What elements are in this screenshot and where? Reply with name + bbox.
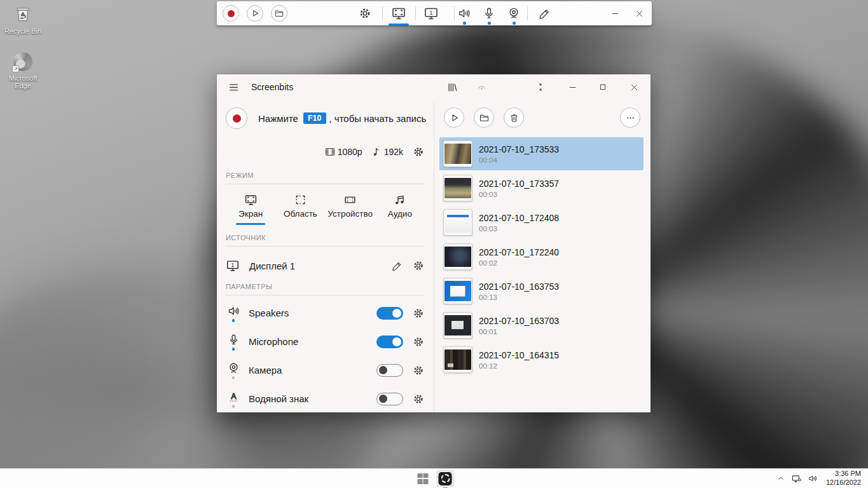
recording-list-item[interactable]: 2021-07-10_17353300:04 [439, 137, 644, 170]
watermark-settings-gear-icon[interactable] [412, 393, 425, 405]
hint-prefix: Нажмите [258, 113, 298, 124]
window-titlebar: Screenbits [217, 74, 651, 100]
toolbar-separator [415, 6, 416, 20]
recording-list-item[interactable]: 2021-07-10_16370300:01 [439, 309, 644, 342]
section-label-source: ИСТОЧНИК [226, 234, 425, 247]
param-row-speakers: Speakers [226, 299, 425, 327]
window-close-button[interactable] [624, 78, 644, 97]
delete-recording-button[interactable] [504, 107, 524, 128]
param-label: Microphone [249, 336, 298, 347]
trash-icon [509, 112, 520, 123]
recording-list-item[interactable]: 2021-07-10_17240800:03 [439, 206, 644, 239]
recording-list-item[interactable]: 2021-07-10_17224000:02 [439, 240, 644, 273]
chevron-up-icon[interactable] [776, 474, 785, 483]
music-notes-icon [393, 193, 406, 207]
toolbar-minimize-button[interactable] [603, 1, 627, 25]
taskbar-clock[interactable]: 3:36 PM 12/16/2022 [826, 470, 861, 487]
display-1-icon [424, 6, 439, 21]
record-button[interactable] [226, 107, 247, 129]
open-folder-button[interactable] [271, 5, 287, 22]
record-hint-row: Нажмите F10 , чтобы начать запись [226, 107, 425, 129]
speakers-toggle-button[interactable] [457, 6, 471, 25]
source-settings-gear-icon[interactable] [412, 259, 425, 272]
desktop-icon-area: Recycle Bin ↗ Microsoft Edge [3, 4, 43, 105]
recording-name: 2021-07-10_163703 [479, 316, 559, 326]
compact-mode-button[interactable] [531, 78, 550, 97]
watermark-toggle[interactable] [376, 393, 403, 405]
toolbar-close-button[interactable] [627, 1, 651, 25]
network-icon[interactable] [791, 473, 802, 484]
taskbar-app-screenbits[interactable] [436, 470, 454, 487]
microphone-toggle[interactable] [376, 336, 403, 348]
recording-list-item[interactable]: 2021-07-10_16431500:12 [439, 343, 644, 376]
hamburger-menu-button[interactable] [226, 78, 240, 97]
volume-icon[interactable] [808, 473, 818, 484]
recording-thumbnail [443, 278, 472, 304]
more-options-button[interactable] [620, 107, 640, 128]
mode-tabs: Экран Область Устройство Аудио [226, 189, 425, 225]
microphone-settings-gear-icon[interactable] [412, 336, 425, 348]
device-icon [343, 193, 357, 207]
record-button[interactable] [223, 5, 239, 22]
onion-skin-button[interactable] [472, 78, 491, 97]
desktop-icon-microsoft-edge[interactable]: ↗ Microsoft Edge [3, 51, 43, 90]
webcam-toggle-button[interactable] [507, 6, 521, 25]
open-recordings-folder-button[interactable] [474, 107, 494, 128]
library-button[interactable] [443, 78, 462, 97]
tab-audio[interactable]: Аудио [375, 189, 425, 225]
film-icon [324, 146, 336, 158]
microphone-icon [482, 6, 496, 20]
camera-settings-gear-icon[interactable] [412, 364, 425, 377]
tab-screen[interactable]: Экран [226, 189, 275, 225]
tab-label: Экран [238, 209, 263, 219]
screen-icon [244, 193, 258, 207]
settings-button[interactable] [358, 6, 372, 20]
recording-list-item[interactable]: 2021-07-10_16375300:13 [439, 274, 644, 308]
source-row[interactable]: Дисплей 1 [226, 252, 425, 279]
source-edit-pencil-icon[interactable] [391, 260, 403, 272]
window-maximize-button[interactable] [593, 78, 612, 97]
param-row-camera: Камера [226, 356, 425, 384]
recording-list-item[interactable]: 2021-07-10_17335700:03 [439, 172, 644, 205]
play-recording-button[interactable] [444, 107, 464, 128]
speakers-toggle[interactable] [376, 307, 403, 320]
screen-mode-button[interactable] [391, 6, 406, 21]
music-note-icon [371, 146, 382, 158]
speakers-settings-gear-icon[interactable] [412, 307, 425, 320]
settings-gear-icon [358, 6, 372, 20]
camera-toggle[interactable] [376, 364, 403, 377]
desktop-icon-label: Recycle Bin [3, 27, 43, 36]
recordings-panel: 2021-07-10_17353300:04 2021-07-10_173357… [434, 100, 651, 412]
record-hint: Нажмите F10 , чтобы начать запись [258, 112, 426, 124]
tab-region[interactable]: Область [275, 189, 325, 225]
desktop-icon-recycle-bin[interactable]: Recycle Bin [3, 4, 43, 36]
record-icon [228, 10, 235, 17]
screenbits-app-icon [439, 472, 452, 485]
more-dots-icon [625, 112, 636, 123]
recording-name: 2021-07-10_163753 [479, 281, 559, 292]
play-button[interactable] [247, 5, 263, 22]
start-button[interactable] [414, 470, 432, 487]
quality-settings-gear-icon[interactable] [412, 146, 425, 158]
recording-duration: 00:13 [479, 294, 559, 301]
annotate-button[interactable] [538, 7, 551, 20]
microphone-toggle-button[interactable] [482, 6, 496, 25]
tab-label: Аудио [388, 209, 412, 219]
tab-device[interactable]: Устройство [326, 189, 375, 225]
param-label: Speakers [249, 308, 289, 318]
system-tray: 3:36 PM 12/16/2022 [776, 469, 868, 488]
recording-thumbnail [443, 140, 472, 167]
minimize-icon [610, 8, 621, 19]
taskbar-center [414, 469, 454, 488]
window-minimize-button[interactable] [563, 78, 582, 97]
audio-quality: 192k [384, 147, 403, 157]
microphone-icon [226, 333, 241, 351]
display-1-button[interactable] [424, 6, 439, 21]
selected-mode-underline [389, 24, 409, 25]
quality-summary-row: 1080p 192k [226, 146, 425, 158]
toggle-knob [392, 337, 401, 346]
screen-mode-icon [391, 6, 406, 21]
recorder-toolbar [217, 1, 652, 25]
toolbar-separator [454, 6, 455, 20]
recording-name: 2021-07-10_173357 [479, 179, 559, 189]
